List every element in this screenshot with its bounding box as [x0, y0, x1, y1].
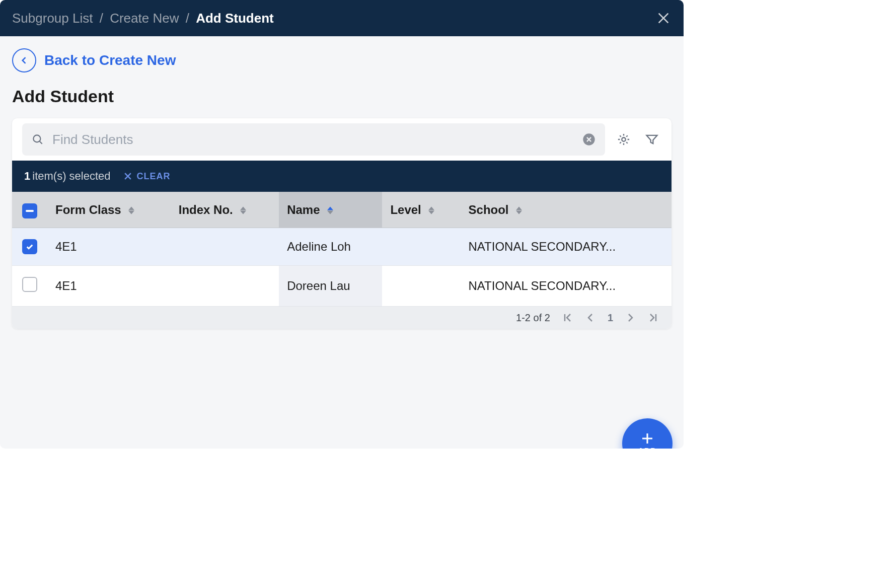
table-row[interactable]: 4E1 Doreen Lau NATIONAL SECONDARY... [12, 266, 672, 307]
back-button[interactable]: Back to Create New [12, 48, 672, 72]
table-row[interactable]: 4E1 Adeline Loh NATIONAL SECONDARY... [12, 228, 672, 266]
breadcrumb-item-1[interactable]: Create New [110, 11, 179, 26]
filter-icon [645, 132, 659, 146]
svg-point-0 [33, 135, 40, 142]
last-page-button[interactable] [647, 312, 659, 324]
col-header-form-class[interactable]: Form Class [47, 192, 171, 228]
search-box [22, 123, 605, 156]
breadcrumb: Subgroup List / Create New / Add Student [12, 11, 274, 26]
col-header-index-no[interactable]: Index No. [171, 192, 279, 228]
settings-button[interactable] [614, 130, 633, 149]
sort-icon [516, 206, 522, 214]
cell-index-no [171, 228, 279, 266]
cell-form-class: 4E1 [47, 266, 171, 307]
col-header-name[interactable]: Name [279, 192, 382, 228]
search-row [12, 118, 672, 161]
breadcrumb-separator: / [100, 11, 103, 26]
table-header-row: Form Class Index No. [12, 192, 672, 228]
col-header-school[interactable]: School [461, 192, 672, 228]
students-table: Form Class Index No. [12, 192, 672, 307]
clear-label: CLEAR [137, 171, 171, 182]
sort-icon [428, 206, 434, 214]
pagination-range: 1-2 of 2 [516, 312, 550, 324]
cell-name: Doreen Lau [279, 266, 382, 307]
clear-circle-icon [582, 132, 596, 146]
pagination: 1-2 of 2 1 [12, 307, 672, 329]
next-page-button[interactable] [624, 312, 636, 324]
close-icon [123, 171, 133, 181]
student-table-card: 1item(s) selected CLEAR Form Class [12, 118, 672, 329]
modal-header: Subgroup List / Create New / Add Student [0, 0, 684, 36]
last-page-icon [647, 312, 659, 324]
selection-bar: 1item(s) selected CLEAR [12, 161, 672, 192]
first-page-icon [561, 312, 573, 324]
svg-point-2 [622, 137, 625, 141]
gear-icon [617, 132, 631, 146]
cell-name: Adeline Loh [279, 228, 382, 266]
col-header-level[interactable]: Level [382, 192, 460, 228]
cell-school: NATIONAL SECONDARY... [461, 266, 672, 307]
sort-icon [240, 206, 246, 214]
row-checkbox[interactable] [22, 277, 37, 292]
first-page-button[interactable] [561, 312, 573, 324]
cell-level [382, 266, 460, 307]
cell-index-no [171, 266, 279, 307]
cell-form-class: 4E1 [47, 228, 171, 266]
sort-icon-active [327, 206, 333, 214]
clear-selection-button[interactable]: CLEAR [123, 171, 171, 182]
select-all-checkbox[interactable] [22, 203, 37, 218]
current-page: 1 [608, 312, 613, 324]
close-button[interactable] [655, 10, 672, 26]
breadcrumb-current: Add Student [196, 11, 274, 26]
back-circle [12, 48, 36, 72]
filter-button[interactable] [642, 130, 661, 149]
add-button[interactable]: ADD [622, 418, 673, 449]
cell-level [382, 228, 460, 266]
close-icon [655, 10, 672, 26]
row-checkbox[interactable] [22, 239, 37, 254]
add-label: ADD [638, 447, 657, 449]
sort-icon [128, 206, 134, 214]
breadcrumb-item-0[interactable]: Subgroup List [12, 11, 93, 26]
selection-count: 1item(s) selected [24, 170, 111, 183]
cell-school: NATIONAL SECONDARY... [461, 228, 672, 266]
modal-container: Subgroup List / Create New / Add Student… [0, 0, 684, 449]
search-icon [31, 133, 44, 146]
back-label: Back to Create New [44, 52, 176, 68]
search-clear-button[interactable] [582, 132, 596, 146]
select-all-header [12, 192, 47, 228]
chevron-left-icon [19, 55, 29, 65]
content-area: Back to Create New Add Student [0, 36, 684, 449]
check-icon [25, 242, 34, 251]
plus-icon [640, 431, 655, 446]
prev-page-button[interactable] [584, 312, 596, 324]
chevron-left-icon [584, 312, 596, 324]
page-title: Add Student [12, 87, 672, 106]
chevron-right-icon [624, 312, 636, 324]
breadcrumb-separator: / [186, 11, 189, 26]
search-input[interactable] [52, 132, 574, 148]
